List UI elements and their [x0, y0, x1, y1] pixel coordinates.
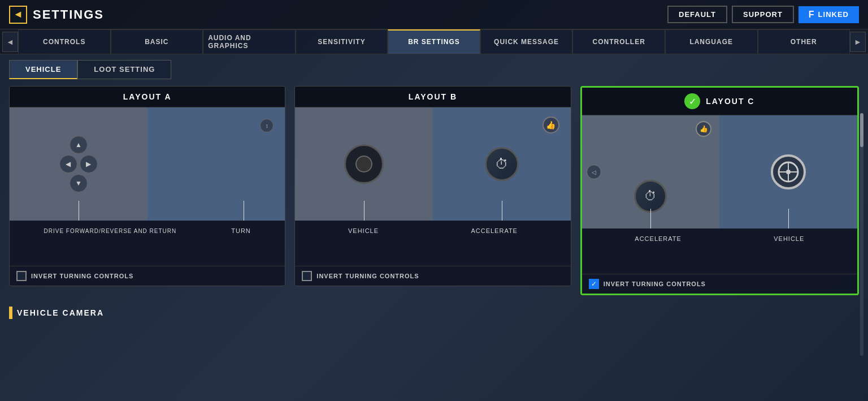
layout-a-steer-btn: ↕ [260, 119, 274, 132]
layout-b-left-zone [295, 107, 433, 221]
tab-other-label: OTHER [791, 38, 817, 46]
layout-b-invert-label: INVERT TURNING CONTROLS [316, 273, 419, 279]
scroll-thumb[interactable] [860, 113, 863, 147]
layout-b-body: 👍 ⏱ [295, 107, 570, 221]
tab-basic[interactable]: BASIC [111, 29, 203, 54]
tab-controls[interactable]: CONTROLS [18, 29, 111, 54]
layout-b-invert-checkbox[interactable] [302, 271, 312, 281]
tab-sensitivity-label: SENSITIVITY [318, 38, 365, 46]
support-button[interactable]: SUPPORT [732, 6, 794, 23]
dpad: ▲ ◀ ▶ ▼ [59, 136, 98, 192]
layout-c-invert-checkbox[interactable]: ✓ [589, 279, 599, 289]
vehicle-camera-title: VEHICLE CAMERA [17, 308, 104, 317]
layout-a-card[interactable]: LAYOUT A ▲ ◀ ▶ ▼ [9, 86, 285, 286]
layout-c-invert-row: ✓ INVERT TURNING CONTROLS [582, 274, 857, 294]
layout-a-title: LAYOUT A [123, 92, 172, 101]
layout-c-invert-label: INVERT TURNING CONTROLS [604, 281, 706, 287]
layout-c-side-icon: ◁ [587, 165, 601, 179]
linked-label: LINKED [818, 10, 849, 19]
back-icon: ◄ [13, 8, 23, 20]
sub-tabs: VEHICLE LOOT SETTING [0, 54, 868, 79]
layout-c-left-icons: 👍 [696, 121, 711, 137]
tab-language-label: LANGUAGE [689, 38, 733, 46]
tab-other[interactable]: OTHER [758, 29, 850, 54]
layout-a-left-zone: ▲ ◀ ▶ ▼ [10, 107, 147, 221]
top-bar: ◄ SETTINGS DEFAULT SUPPORT f LINKED [0, 0, 868, 29]
top-bar-left: ◄ SETTINGS [9, 6, 104, 24]
layout-c-header: ✓ LAYOUT C [582, 88, 857, 115]
layout-c-card[interactable]: ✓ LAYOUT C 👍 ◁ [580, 86, 859, 295]
nav-right-arrow[interactable]: ► [850, 32, 866, 52]
layout-c-right-panel [719, 115, 857, 228]
layout-a-labels: DRIVE FORWARD/REVERSE AND RETURN TURN [10, 221, 285, 266]
scrollbar[interactable] [860, 113, 863, 356]
layout-c-selected-indicator: ✓ [684, 93, 700, 109]
sub-tab-loot-setting[interactable]: LOOT SETTING [77, 60, 171, 79]
nav-left-arrow[interactable]: ◄ [2, 32, 18, 52]
layout-a-header: LAYOUT A [10, 87, 285, 107]
page-title: SETTINGS [33, 7, 104, 22]
joystick-inner [355, 156, 372, 173]
layout-b-right-zone: 👍 ⏱ [433, 107, 571, 221]
layout-b-vehicle-label: VEHICLE [348, 227, 379, 234]
page-wrapper: ◄ SETTINGS DEFAULT SUPPORT f LINKED ◄ CO… [0, 0, 868, 401]
layout-b-invert-row: INVERT TURNING CONTROLS [295, 266, 570, 286]
sub-tab-loot-label: LOOT SETTING [94, 65, 155, 74]
dpad-up: ▲ [70, 136, 88, 154]
layout-c-speedometer: ⏱ [634, 180, 667, 213]
tab-language[interactable]: LANGUAGE [665, 29, 758, 54]
layout-c-left-connector [650, 209, 651, 228]
layout-b-accelerate-label: ACCELERATE [471, 227, 518, 234]
layout-b-speedometer: ⏱ [485, 147, 519, 181]
layout-a-invert-checkbox[interactable] [16, 271, 27, 281]
dpad-middle: ◀ ▶ [59, 155, 98, 173]
vehicle-camera-section: VEHICLE CAMERA [9, 304, 859, 321]
nav-left-icon: ◄ [6, 37, 14, 46]
layout-c-vehicle-label: VEHICLE [774, 235, 804, 242]
top-bar-right: DEFAULT SUPPORT f LINKED [667, 6, 859, 23]
layout-c-left-panel: 👍 ◁ ⏱ [582, 115, 720, 228]
layout-b-card[interactable]: LAYOUT B 👍 ⏱ [294, 86, 571, 286]
steering-wheel-svg [777, 161, 800, 183]
linked-button[interactable]: f LINKED [798, 6, 859, 23]
dpad-left: ◀ [59, 155, 77, 173]
nav-tabs: CONTROLS BASIC AUDIO AND GRAPHICS SENSIT… [18, 29, 850, 54]
sub-tab-vehicle[interactable]: VEHICLE [9, 60, 77, 79]
default-button[interactable]: DEFAULT [667, 6, 727, 23]
tab-quick-message[interactable]: QUICK MESSAGE [480, 29, 573, 54]
tab-controller-label: CONTROLLER [592, 38, 645, 46]
layout-a-labels-row: DRIVE FORWARD/REVERSE AND RETURN TURN [16, 227, 278, 235]
layout-a-turn-label: TURN [231, 227, 251, 235]
tab-controls-label: CONTROLS [43, 38, 85, 46]
tab-sensitivity[interactable]: SENSITIVITY [296, 29, 388, 54]
speedo-c-icon: ⏱ [634, 180, 667, 213]
tab-br-settings[interactable]: BR SETTINGS [388, 29, 480, 54]
dpad-right: ▶ [80, 155, 98, 173]
nav-right-icon: ► [854, 37, 862, 46]
layout-c-title: LAYOUT C [706, 97, 754, 106]
layout-c-labels-row: ACCELERATE VEHICLE [589, 235, 850, 242]
layout-c-labels: ACCELERATE VEHICLE [582, 228, 857, 274]
layout-a-body: ▲ ◀ ▶ ▼ ↕ [10, 107, 285, 221]
layout-a-invert-row: INVERT TURNING CONTROLS [10, 266, 285, 286]
yellow-bar-icon [9, 307, 12, 319]
layout-c-body: 👍 ◁ ⏱ [582, 115, 857, 228]
layout-b-thumb-icon: 👍 [542, 117, 559, 133]
layout-c-accelerate-label: ACCELERATE [635, 235, 682, 242]
layout-c-right-connector [788, 209, 789, 228]
layout-c-thumb-icon: 👍 [696, 121, 711, 137]
tab-basic-label: BASIC [145, 38, 168, 46]
dpad-down: ▼ [70, 174, 88, 192]
sub-tab-vehicle-label: VEHICLE [25, 65, 61, 74]
layout-b-left-connector [364, 201, 364, 221]
facebook-icon: f [809, 10, 815, 20]
layout-c-steering-wheel [771, 154, 806, 189]
tab-audio-graphics[interactable]: AUDIO AND GRAPHICS [203, 29, 296, 54]
tab-audio-graphics-label: AUDIO AND GRAPHICS [208, 34, 290, 50]
layout-b-title: LAYOUT B [409, 92, 457, 101]
back-button[interactable]: ◄ [9, 6, 27, 24]
layout-c-side-btn: ◁ [587, 165, 601, 179]
tab-controller[interactable]: CONTROLLER [572, 29, 665, 54]
nav-tabs-bar: ◄ CONTROLS BASIC AUDIO AND GRAPHICS SENS… [0, 29, 868, 54]
tab-br-settings-label: BR SETTINGS [408, 38, 460, 46]
